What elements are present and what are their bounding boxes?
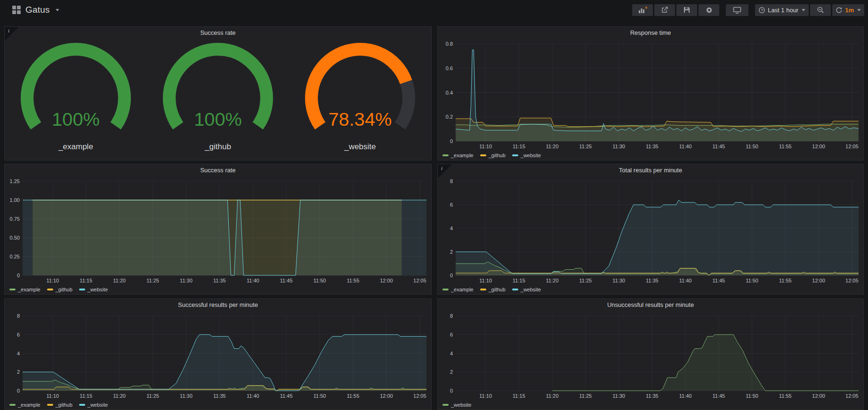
legend-color-chip bbox=[79, 404, 85, 406]
chart-body: 0246811:1011:1511:2011:2511:3011:3511:40… bbox=[438, 177, 863, 285]
panel-title[interactable]: Successful results per minute bbox=[5, 299, 431, 311]
panel-info-corner[interactable] bbox=[5, 27, 19, 41]
save-icon bbox=[683, 6, 691, 14]
chart-success-rate[interactable]: 00.250.500.751.001.2511:1011:1511:2011:2… bbox=[5, 177, 431, 285]
gauge-_example: 100%_example bbox=[5, 39, 147, 160]
svg-text:11:35: 11:35 bbox=[213, 393, 226, 399]
time-range-picker-button[interactable]: Last 1 hour bbox=[755, 4, 809, 16]
legend: _example_github_website bbox=[438, 285, 863, 294]
svg-text:2: 2 bbox=[17, 369, 20, 375]
svg-text:0.8: 0.8 bbox=[446, 41, 453, 47]
chart-successful-results-per-minute[interactable]: 0246811:1011:1511:2011:2511:3011:3511:40… bbox=[5, 311, 431, 400]
legend: _example_github_website bbox=[5, 285, 431, 294]
gauges-body: 100%_example100%_github78.34%_website bbox=[5, 39, 431, 160]
svg-text:11:30: 11:30 bbox=[612, 144, 625, 149]
legend-label: _example bbox=[451, 287, 474, 292]
legend-item-_github[interactable]: _github bbox=[480, 153, 506, 158]
legend-item-_website[interactable]: _website bbox=[512, 153, 541, 158]
panel-title[interactable]: Response time bbox=[438, 27, 863, 39]
svg-text:12:00: 12:00 bbox=[380, 278, 393, 283]
legend-color-chip bbox=[79, 289, 85, 290]
gear-icon bbox=[705, 6, 713, 14]
clock-icon bbox=[758, 7, 765, 14]
panel-response-time: Response time 00.20.40.60.811:1011:1511:… bbox=[437, 26, 864, 161]
panel-title[interactable]: Total results per minute bbox=[438, 164, 863, 177]
legend-item-_website[interactable]: _website bbox=[79, 287, 108, 292]
legend-item-_example[interactable]: _example bbox=[442, 287, 474, 292]
panel-info-corner[interactable] bbox=[438, 164, 452, 178]
legend-item-_example[interactable]: _example bbox=[9, 402, 40, 408]
legend-item-_example[interactable]: _example bbox=[442, 153, 474, 158]
legend-item-_website[interactable]: _website bbox=[512, 287, 541, 292]
dashboard-title[interactable]: Gatus bbox=[25, 5, 50, 15]
svg-text:11:55: 11:55 bbox=[779, 278, 792, 283]
legend-label: _example bbox=[18, 402, 40, 408]
panel-title[interactable]: Unsuccessful results per minute bbox=[438, 299, 863, 311]
svg-text:11:30: 11:30 bbox=[612, 278, 625, 283]
legend-color-chip bbox=[47, 289, 53, 290]
dashboard-title-caret-icon[interactable] bbox=[56, 9, 59, 11]
svg-text:0: 0 bbox=[450, 273, 453, 278]
add-panel-button[interactable]: + bbox=[632, 4, 653, 16]
svg-text:8: 8 bbox=[450, 313, 453, 319]
dashboard-settings-button[interactable] bbox=[699, 4, 719, 16]
legend-label: _website bbox=[521, 153, 541, 158]
chart-unsuccessful-results-per-minute[interactable]: 0246811:1011:1511:2011:2511:3011:3511:40… bbox=[438, 311, 863, 400]
svg-text:1.00: 1.00 bbox=[10, 197, 20, 203]
panel-title[interactable]: Success rate bbox=[5, 164, 431, 177]
svg-text:8: 8 bbox=[450, 178, 453, 184]
gauge-label: _github bbox=[205, 142, 231, 152]
save-dashboard-button[interactable] bbox=[676, 4, 697, 16]
svg-text:11:55: 11:55 bbox=[779, 144, 792, 149]
svg-text:11:15: 11:15 bbox=[80, 393, 92, 399]
share-dashboard-button[interactable] bbox=[654, 4, 675, 16]
svg-text:11:25: 11:25 bbox=[146, 278, 159, 283]
legend-item-_github[interactable]: _github bbox=[47, 402, 72, 408]
chart-body: 0246811:1011:1511:2011:2511:3011:3511:40… bbox=[5, 311, 431, 400]
svg-text:11:15: 11:15 bbox=[513, 278, 525, 283]
panel-success-rate-graph: Success rate 00.250.500.751.001.2511:101… bbox=[4, 164, 432, 295]
refresh-dashboard-button[interactable]: 1m bbox=[832, 4, 864, 16]
series-_website bbox=[552, 335, 859, 391]
legend: _example_github_website bbox=[5, 400, 431, 410]
dashboards-grid-icon[interactable] bbox=[12, 6, 21, 14]
chart-response-time[interactable]: 00.20.40.60.811:1011:1511:2011:2511:3011… bbox=[438, 39, 863, 151]
legend-item-_website[interactable]: _website bbox=[79, 402, 108, 408]
chart-body: 00.250.500.751.001.2511:1011:1511:2011:2… bbox=[5, 177, 431, 285]
svg-text:0: 0 bbox=[17, 273, 20, 278]
gauge-label: _website bbox=[344, 142, 376, 152]
cycle-view-mode-button[interactable] bbox=[726, 4, 748, 16]
chart-total-results-per-minute[interactable]: 0246811:1011:1511:2011:2511:3011:3511:40… bbox=[438, 177, 863, 285]
panel-unsuccessful-results: Unsuccessful results per minute 0246811:… bbox=[437, 298, 864, 410]
panel-successful-results: Successful results per minute 0246811:10… bbox=[4, 298, 432, 410]
svg-text:0.2: 0.2 bbox=[446, 114, 453, 120]
legend-color-chip bbox=[480, 154, 486, 156]
svg-text:11:45: 11:45 bbox=[280, 393, 293, 399]
svg-text:11:25: 11:25 bbox=[146, 393, 159, 399]
svg-text:0.4: 0.4 bbox=[446, 90, 453, 96]
panel-success-rate-gauges: Success rate 100%_example100%_github78.3… bbox=[4, 26, 432, 161]
svg-text:11:50: 11:50 bbox=[746, 278, 758, 283]
svg-text:12:05: 12:05 bbox=[845, 144, 859, 149]
svg-text:12:00: 12:00 bbox=[812, 393, 825, 399]
svg-text:11:35: 11:35 bbox=[646, 278, 659, 283]
svg-text:6: 6 bbox=[450, 202, 453, 208]
gauge-value: 100% bbox=[52, 109, 99, 129]
svg-text:11:20: 11:20 bbox=[546, 393, 559, 399]
monitor-icon bbox=[733, 6, 741, 14]
legend-item-_website[interactable]: _website bbox=[442, 402, 471, 408]
legend-item-_github[interactable]: _github bbox=[47, 287, 72, 292]
gauge-arc: 78.34% bbox=[294, 43, 426, 141]
zoom-out-time-range-button[interactable] bbox=[810, 4, 831, 16]
svg-text:11:45: 11:45 bbox=[713, 393, 725, 399]
panel-title[interactable]: Success rate bbox=[5, 27, 431, 39]
legend-label: _github bbox=[489, 153, 506, 158]
legend-color-chip bbox=[47, 404, 53, 406]
svg-text:11:35: 11:35 bbox=[213, 278, 226, 283]
legend-item-_github[interactable]: _github bbox=[480, 287, 506, 292]
svg-text:11:50: 11:50 bbox=[746, 393, 758, 399]
legend-item-_example[interactable]: _example bbox=[9, 287, 40, 292]
svg-text:2: 2 bbox=[450, 369, 453, 375]
legend-label: _example bbox=[18, 287, 40, 292]
svg-text:11:30: 11:30 bbox=[180, 393, 193, 399]
